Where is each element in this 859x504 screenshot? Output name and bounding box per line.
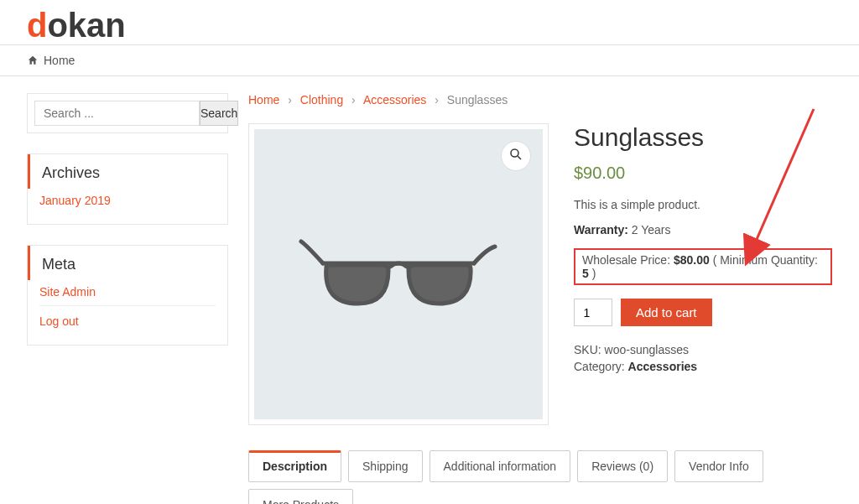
meta-item-site-admin[interactable]: Site Admin	[39, 285, 96, 299]
category-label: Category:	[574, 360, 625, 373]
wholesale-price-box: Wholesale Price: $80.00 ( Minimum Quanti…	[574, 248, 832, 285]
tab-more-products[interactable]: More Products	[248, 489, 353, 504]
add-to-cart-button[interactable]: Add to cart	[621, 299, 712, 326]
product-short-description: This is a simple product.	[574, 198, 832, 211]
svg-point-0	[511, 149, 518, 157]
tab-additional-information[interactable]: Additional information	[430, 450, 571, 482]
meta-title: Meta	[28, 246, 227, 280]
archives-widget: Archives January 2019	[27, 153, 228, 225]
wholesale-price: $80.00	[674, 253, 710, 267]
meta-widget: Meta Site Admin Log out	[27, 245, 228, 346]
breadcrumb: Home › Clothing › Accessories › Sunglass…	[248, 93, 832, 107]
warranty-label: Warranty:	[574, 223, 628, 236]
tab-vendor-info[interactable]: Vendor Info	[674, 450, 763, 482]
product-gallery	[248, 123, 549, 425]
chevron-right-icon: ›	[435, 93, 439, 107]
search-widget: Search	[27, 93, 228, 133]
breadcrumb-accessories[interactable]: Accessories	[363, 93, 426, 107]
breadcrumb-clothing[interactable]: Clothing	[300, 93, 343, 107]
breadcrumb-home[interactable]: Home	[248, 93, 279, 107]
tab-description[interactable]: Description	[248, 450, 341, 482]
site-logo[interactable]: dokan	[27, 7, 832, 44]
wholesale-mid: ( Minimum Quantity:	[710, 253, 818, 267]
product-tabs: Description Shipping Additional informat…	[248, 450, 832, 504]
warranty-value: 2 Years	[632, 223, 671, 236]
search-button[interactable]: Search	[200, 101, 238, 126]
product-image	[298, 228, 499, 320]
sku-value: woo-sunglasses	[605, 343, 689, 356]
archives-item[interactable]: January 2019	[39, 194, 111, 207]
zoom-button[interactable]	[501, 141, 531, 171]
sku-label: SKU:	[574, 343, 601, 356]
search-input[interactable]	[34, 101, 200, 126]
archives-title: Archives	[28, 154, 227, 189]
meta-item-logout[interactable]: Log out	[39, 314, 79, 328]
logo-initial: d	[27, 7, 47, 44]
category-value: Accessories	[628, 360, 698, 373]
wholesale-prefix: Wholesale Price:	[582, 253, 674, 267]
breadcrumb-current: Sunglasses	[447, 93, 508, 107]
wholesale-min-qty: 5	[582, 267, 589, 280]
tab-shipping[interactable]: Shipping	[348, 450, 423, 482]
product-price: $90.00	[574, 164, 832, 183]
logo-rest: okan	[47, 7, 125, 44]
quantity-stepper[interactable]	[574, 299, 612, 326]
home-icon	[27, 55, 39, 66]
tab-reviews[interactable]: Reviews (0)	[577, 450, 668, 482]
nav-home-link[interactable]: Home	[44, 54, 75, 67]
svg-line-1	[518, 156, 521, 159]
chevron-right-icon: ›	[351, 93, 356, 107]
product-title: Sunglasses	[574, 123, 832, 152]
wholesale-suffix: )	[589, 267, 596, 280]
magnify-icon	[508, 147, 523, 165]
chevron-right-icon: ›	[288, 93, 292, 107]
